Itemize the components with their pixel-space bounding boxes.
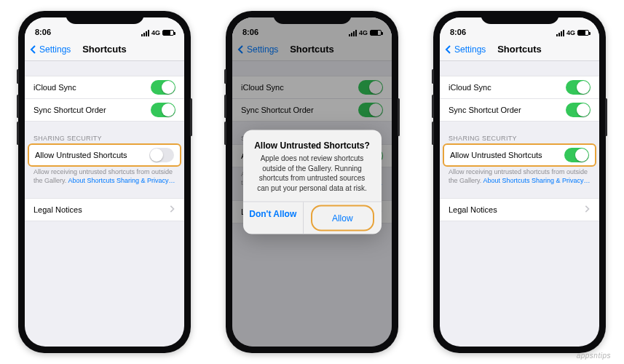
battery-icon (162, 30, 174, 36)
status-time: 8:06 (242, 28, 258, 36)
sync-order-row[interactable]: Sync Shortcut Order (232, 98, 392, 122)
notch (66, 11, 144, 24)
icloud-sync-toggle[interactable] (566, 80, 591, 95)
back-button[interactable]: Settings (440, 44, 486, 55)
chevron-left-icon (29, 45, 38, 54)
notch (481, 11, 559, 24)
sync-group: iCloud Sync Sync Shortcut Order (25, 76, 184, 122)
row-label: Allow Untrusted Shortcuts (35, 151, 127, 159)
icloud-sync-row[interactable]: iCloud Sync (232, 76, 392, 99)
row-label: Legal Notices (33, 205, 82, 214)
sync-order-row[interactable]: Sync Shortcut Order (440, 98, 599, 122)
chevron-right-icon (583, 205, 591, 214)
dont-allow-button[interactable]: Don't Allow (243, 202, 304, 234)
legal-group: Legal Notices (25, 198, 184, 221)
sync-group: iCloud Sync Sync Shortcut Order (440, 76, 599, 122)
back-button[interactable]: Settings (232, 44, 278, 55)
privacy-link[interactable]: About Shortcuts Sharing & Privacy… (483, 177, 590, 184)
screen: 8:06 4G Settings Shortcuts iCloud Sync S… (25, 17, 184, 347)
sync-order-row[interactable]: Sync Shortcut Order (25, 98, 184, 122)
icloud-sync-row[interactable]: iCloud Sync (440, 76, 599, 99)
sync-group: iCloud Sync Sync Shortcut Order (232, 76, 392, 122)
status-indicators: 4G (349, 29, 382, 36)
section-footer: Allow receiving untrusted shortcuts from… (440, 165, 599, 185)
status-time: 8:06 (35, 28, 51, 36)
battery-icon (370, 30, 382, 36)
status-indicators: 4G (141, 29, 174, 36)
watermark: appsntips (577, 352, 611, 360)
row-label: Allow Untrusted Shortcuts (450, 151, 542, 159)
phone-mockup-1: 8:06 4G Settings Shortcuts iCloud Sync S… (18, 11, 191, 353)
screen: 8:06 4G Settings Shortcuts iCloud Sync S… (232, 17, 392, 347)
signal-icon (556, 30, 564, 36)
allow-untrusted-toggle[interactable] (564, 148, 589, 162)
privacy-link[interactable]: About Shortcuts Sharing & Privacy… (68, 177, 175, 184)
row-label: iCloud Sync (33, 83, 76, 92)
nav-bar: Settings Shortcuts (440, 38, 599, 61)
legal-notices-row[interactable]: Legal Notices (440, 198, 599, 221)
icloud-sync-toggle[interactable] (151, 80, 175, 95)
battery-icon (577, 30, 589, 36)
row-label: Legal Notices (449, 205, 497, 214)
signal-icon (141, 30, 149, 36)
sync-order-toggle[interactable] (358, 103, 383, 117)
status-time: 8:06 (450, 28, 466, 36)
chevron-right-icon (168, 205, 175, 214)
allow-button[interactable]: Allow (311, 205, 374, 232)
phone-mockup-2: 8:06 4G Settings Shortcuts iCloud Sync S… (226, 11, 398, 353)
sync-order-toggle[interactable] (566, 103, 591, 117)
sharing-group: SHARING SECURITY Allow Untrusted Shortcu… (25, 135, 184, 185)
allow-untrusted-toggle[interactable] (149, 148, 174, 162)
nav-bar: Settings Shortcuts (25, 38, 184, 61)
sync-order-toggle[interactable] (151, 103, 175, 117)
confirmation-alert: Allow Untrusted Shortcuts? Apple does no… (243, 130, 382, 234)
row-label: iCloud Sync (241, 83, 284, 92)
screen: 8:06 4G Settings Shortcuts iCloud Sync S… (440, 17, 599, 347)
notch (273, 11, 352, 24)
allow-untrusted-row[interactable]: Allow Untrusted Shortcuts (28, 143, 181, 167)
row-label: Sync Shortcut Order (33, 106, 106, 114)
signal-icon (349, 30, 357, 36)
network-label: 4G (359, 29, 368, 36)
icloud-sync-toggle[interactable] (358, 80, 383, 95)
section-footer: Allow receiving untrusted shortcuts from… (25, 165, 184, 185)
network-label: 4G (151, 29, 160, 36)
sharing-group: SHARING SECURITY Allow Untrusted Shortcu… (440, 135, 599, 185)
legal-notices-row[interactable]: Legal Notices (25, 198, 184, 221)
nav-bar: Settings Shortcuts (232, 38, 392, 61)
back-label: Settings (247, 44, 278, 55)
back-button[interactable]: Settings (25, 44, 71, 55)
chevron-left-icon (444, 45, 453, 54)
alert-title: Allow Untrusted Shortcuts? (253, 141, 371, 151)
row-label: iCloud Sync (449, 83, 491, 92)
alert-message: Apple does not review shortcuts outside … (253, 154, 371, 193)
row-label: Sync Shortcut Order (241, 106, 314, 114)
status-indicators: 4G (556, 29, 589, 36)
phone-mockup-3: 8:06 4G Settings Shortcuts iCloud Sync S… (433, 11, 606, 353)
network-label: 4G (566, 29, 575, 36)
row-label: Sync Shortcut Order (449, 106, 521, 114)
legal-group: Legal Notices (440, 198, 599, 221)
back-label: Settings (454, 44, 486, 55)
icloud-sync-row[interactable]: iCloud Sync (25, 76, 184, 99)
allow-untrusted-row[interactable]: Allow Untrusted Shortcuts (443, 143, 596, 167)
back-label: Settings (39, 44, 71, 55)
chevron-left-icon (237, 45, 245, 54)
